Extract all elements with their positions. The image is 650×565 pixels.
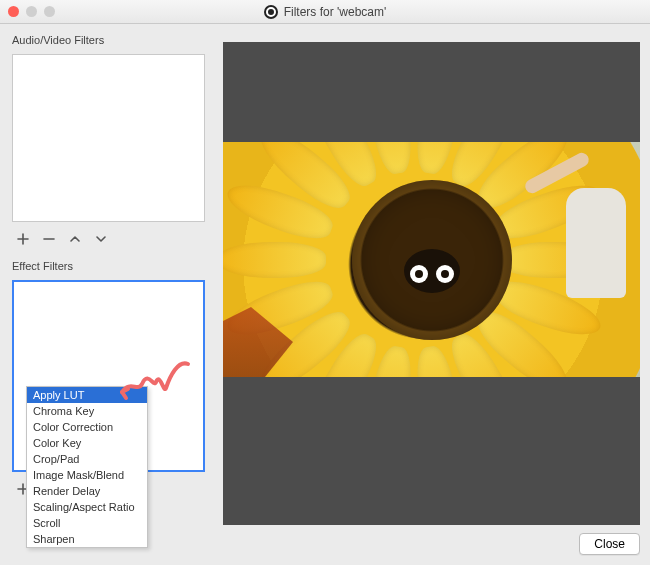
traffic-lights — [8, 6, 55, 17]
zoom-window-icon[interactable] — [44, 6, 55, 17]
dropdown-item[interactable]: Apply LUT — [27, 387, 147, 403]
remove-av-filter-button[interactable] — [40, 230, 58, 248]
minus-icon — [42, 232, 56, 246]
move-av-filter-up-button[interactable] — [66, 230, 84, 248]
person-background — [546, 148, 636, 298]
dropdown-item[interactable]: Render Delay — [27, 483, 147, 499]
app-icon — [264, 5, 278, 19]
window-title: Filters for 'webcam' — [0, 5, 650, 19]
dropdown-item[interactable]: Scaling/Aspect Ratio — [27, 499, 147, 515]
right-panel: Close — [215, 24, 650, 565]
dropdown-item[interactable]: Sharpen — [27, 531, 147, 547]
dropdown-item[interactable]: Scroll — [27, 515, 147, 531]
right-eye — [436, 265, 454, 283]
dropdown-item[interactable]: Color Key — [27, 435, 147, 451]
move-av-filter-down-button[interactable] — [92, 230, 110, 248]
add-av-filter-button[interactable] — [14, 230, 32, 248]
eyes-peeking — [404, 249, 460, 293]
left-eye — [410, 265, 428, 283]
audio-video-filters-list[interactable] — [12, 54, 205, 222]
dropdown-item[interactable]: Image Mask/Blend — [27, 467, 147, 483]
close-button[interactable]: Close — [579, 533, 640, 555]
audio-video-filters-buttons — [12, 228, 205, 254]
chevron-down-icon — [94, 232, 108, 246]
dropdown-item[interactable]: Color Correction — [27, 419, 147, 435]
plus-icon — [16, 232, 30, 246]
footer: Close — [223, 525, 640, 555]
close-window-icon[interactable] — [8, 6, 19, 17]
dropdown-item[interactable]: Crop/Pad — [27, 451, 147, 467]
audio-video-filters-label: Audio/Video Filters — [12, 34, 205, 46]
effect-filters-label: Effect Filters — [12, 260, 205, 272]
video-preview — [223, 142, 640, 377]
titlebar: Filters for 'webcam' — [0, 0, 650, 24]
chevron-up-icon — [68, 232, 82, 246]
sunflower-center — [352, 180, 512, 340]
minimize-window-icon[interactable] — [26, 6, 37, 17]
dropdown-item[interactable]: Chroma Key — [27, 403, 147, 419]
window-title-text: Filters for 'webcam' — [284, 5, 387, 19]
add-filter-dropdown[interactable]: Apply LUTChroma KeyColor CorrectionColor… — [26, 386, 148, 548]
preview-area — [223, 42, 640, 525]
